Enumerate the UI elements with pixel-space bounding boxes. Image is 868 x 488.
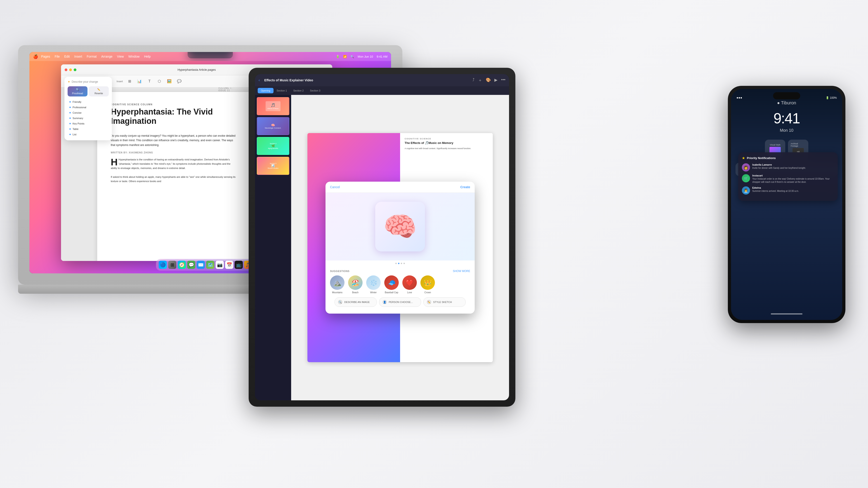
concise-dot — [69, 112, 71, 113]
apple-menu-icon[interactable]: 🍎 — [33, 54, 37, 59]
minimize-button[interactable] — [69, 68, 72, 71]
ai-menu-concise[interactable]: Concise — [68, 110, 109, 116]
iphone-home-bar — [771, 313, 802, 315]
modal-create-button[interactable]: Create — [460, 185, 470, 189]
dot-1[interactable] — [395, 263, 397, 264]
slide-thumb-1[interactable]: 🎵 Effects of Music — [257, 97, 289, 115]
play-icon[interactable]: ▶ — [494, 77, 498, 83]
ai-menu-table[interactable]: Table — [68, 126, 109, 132]
menu-file[interactable]: File — [55, 55, 60, 58]
menu-window[interactable]: Window — [128, 55, 140, 58]
friendly-dot — [69, 101, 71, 103]
share-icon[interactable]: ⤴ — [472, 77, 474, 83]
menubar-search-icon[interactable]: 🔍 — [350, 55, 354, 58]
menu-pages[interactable]: Pages — [41, 55, 50, 58]
rewrite-icon: ✏️ — [97, 88, 100, 91]
dock-photos[interactable]: 📷 — [216, 261, 224, 269]
menu-arrange[interactable]: Arrange — [101, 55, 113, 58]
slide-body-text: A cognitive text with broad context. Sig… — [405, 147, 488, 150]
modal-cancel-button[interactable]: Cancel — [330, 185, 340, 189]
dock-maps[interactable]: 🗺️ — [206, 261, 214, 269]
priority-notif-title: Priority Notifications — [747, 156, 776, 160]
menubar-items: Pages File Edit Insert Format Arrange Vi… — [41, 55, 151, 58]
dock-finder[interactable]: 🔵 — [159, 261, 167, 269]
comment-button[interactable]: 💬 — [176, 78, 182, 85]
suggestion-baseball-cap[interactable]: 🧢 Baseball Cap — [384, 275, 399, 294]
doc-volume: VOLUME 7, ISSUE 11 — [218, 88, 237, 92]
style-sketch-button[interactable]: ✏️ STYLE SKETCH — [423, 297, 466, 307]
slide-thumb-2[interactable]: 🧠 Neurologic Connect. — [257, 117, 289, 135]
tab-section2[interactable]: Section 2 — [290, 88, 307, 93]
menu-view[interactable]: View — [117, 55, 124, 58]
iphone-signal-icon: ●●● — [737, 96, 742, 99]
sender-2-icon: 🛒 — [744, 176, 748, 181]
dock-mail[interactable]: ✉️ — [197, 261, 205, 269]
tab-section3[interactable]: Section 3 — [307, 88, 323, 93]
notification-item-2[interactable]: 🛒 Instacart Your Instacart order is on t… — [742, 174, 834, 184]
doc-paragraph-1: Hyperphantasia is the condition of havin… — [111, 158, 230, 170]
suggestions-header: SUGGESTIONS SHOW MORE — [330, 269, 470, 273]
tab-section1[interactable]: Section 1 — [274, 88, 290, 93]
maximize-button[interactable] — [74, 68, 76, 71]
text-button[interactable]: T — [146, 78, 153, 85]
dock-appletv[interactable]: 📺 — [235, 261, 243, 269]
shape-button[interactable]: ⬡ — [156, 78, 162, 85]
slide-thumb-3[interactable]: Section 4 🌿 Aging Benefits — [257, 137, 289, 155]
dot-2[interactable] — [398, 263, 399, 264]
show-more-button[interactable]: SHOW MORE — [453, 269, 470, 273]
more-icon[interactable]: ••• — [501, 77, 505, 83]
notification-item-1[interactable]: 👩 Isabella Lamarre Invite for dinner wit… — [742, 163, 834, 171]
ipad-device: ‹ Effects of Music Explainer Video ⤴ ＋ 🎨… — [249, 68, 515, 407]
dock-calendar[interactable]: 📅 — [225, 261, 233, 269]
summary-label: Summary — [72, 117, 83, 120]
suggestion-winter[interactable]: ❄️ Winter — [366, 275, 381, 294]
describe-image-button[interactable]: 🔍 DESCRIBE AN IMAGE — [335, 297, 377, 307]
close-button[interactable] — [65, 68, 67, 71]
dock-messages[interactable]: 💬 — [187, 261, 195, 269]
tab-opening[interactable]: Opening — [258, 88, 274, 93]
suggestion-mountains[interactable]: ⛰️ Mountains — [330, 275, 344, 294]
menubar: 🍎 Pages File Edit Insert Format Arrange … — [29, 52, 391, 61]
sender-1-name: Isabella Lamarre — [752, 163, 834, 166]
notification-item-3[interactable]: 👩‍💼 Edwina Summer interns arrived. Meeti… — [742, 186, 834, 195]
keynote-main-area: 🧠 COGNITIVE SCIENCE The Effects of 🎵Musi… — [291, 95, 509, 400]
suggestion-beach[interactable]: 🏖️ Beach — [348, 275, 363, 294]
iphone-device: ●●● 🔋 100% ● Tiburon 9:41 Mon 10 Visu — [728, 86, 845, 323]
add-icon[interactable]: ＋ — [478, 77, 482, 83]
slide-section-title: COGNITIVE SCIENCE — [405, 138, 488, 140]
menu-help[interactable]: Help — [144, 55, 151, 58]
slides-panel: 🎵 Effects of Music 🧠 Neurologic Connect. — [255, 95, 291, 400]
table-dot — [69, 128, 71, 130]
slide-thumb-4[interactable]: Section 5 📊 Recent Studies — [257, 157, 289, 175]
dot-3[interactable] — [401, 263, 402, 264]
ai-menu-professional[interactable]: Professional — [68, 105, 109, 110]
iphone-lock-date: ● Tiburon — [731, 100, 842, 105]
table-button[interactable]: ⊞ — [126, 78, 133, 85]
format-icon[interactable]: 🎨 — [486, 77, 491, 83]
crown-icon: 👑 — [421, 275, 435, 290]
ai-menu-list[interactable]: List — [68, 132, 109, 137]
ai-menu-friendly[interactable]: Friendly — [68, 99, 109, 105]
dock-safari[interactable]: 🧭 — [178, 261, 186, 269]
dock-launchpad[interactable]: ⊞ — [168, 261, 176, 269]
doc-intro: Do you easily conjure up mental imagery?… — [111, 133, 237, 147]
suggestion-crown[interactable]: 👑 Crown — [421, 275, 435, 294]
menu-edit[interactable]: Edit — [64, 55, 70, 58]
chart-button[interactable]: 📊 — [136, 78, 143, 85]
priority-notif-header: ★ Priority Notifications — [742, 156, 834, 160]
menu-insert[interactable]: Insert — [74, 55, 82, 58]
friendly-label: Friendly — [72, 101, 81, 103]
media-button[interactable]: 🖼️ — [166, 78, 173, 85]
modal-suggestions: SUGGESTIONS SHOW MORE ⛰️ Mountains — [326, 266, 475, 314]
dot-4[interactable] — [403, 263, 405, 264]
slide-text-content: COGNITIVE SCIENCE The Effects of 🎵Music … — [400, 133, 493, 155]
proofread-button[interactable]: 🔍 Proofread — [68, 86, 88, 96]
person-choose-button[interactable]: 👤 PERSON CHOOSE... — [379, 297, 421, 307]
menu-format[interactable]: Format — [87, 55, 96, 58]
suggestion-love[interactable]: ❤️ Love — [402, 275, 417, 294]
back-button[interactable]: ‹ — [258, 78, 260, 82]
doc-title: Hyperphantasia: The Vivid Imagination — [111, 107, 218, 126]
ai-menu-keypoints[interactable]: Key Points — [68, 121, 109, 126]
ai-menu-summary[interactable]: Summary — [68, 116, 109, 121]
rewrite-button[interactable]: ✏️ Rewrite — [89, 86, 109, 96]
